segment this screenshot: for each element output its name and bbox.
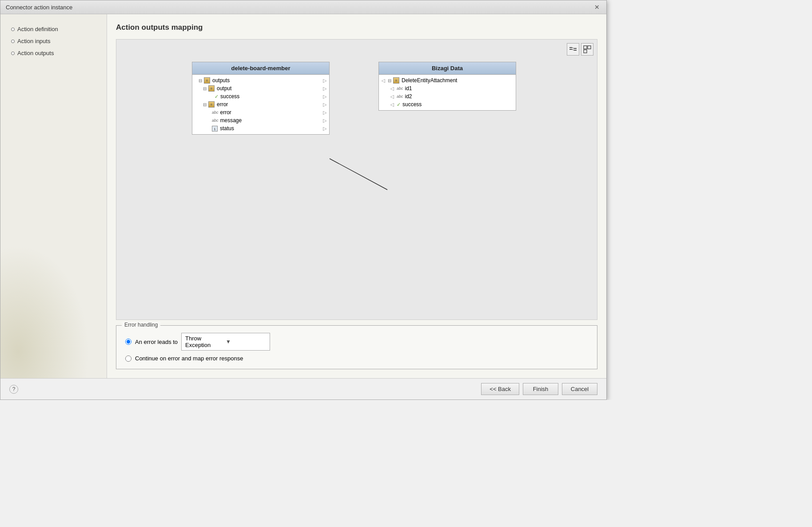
right-arrow[interactable]: ▷ — [323, 110, 326, 116]
right-box-body: ▷ ⊟ ≡ DeleteEntityAttachment ▷ abc id1 — [379, 75, 516, 110]
row-label: id1 — [405, 85, 412, 92]
expand-icon[interactable]: ⊟ — [199, 78, 202, 83]
expand-icon[interactable]: ⊟ — [203, 86, 207, 91]
title-bar: Connector action instance ✕ — [0, 0, 606, 14]
abc-icon: abc — [212, 118, 219, 123]
right-arrow[interactable]: ▷ — [323, 94, 326, 100]
radio-label-leads-to: An error leads to — [135, 339, 178, 345]
right-arrow[interactable]: ▷ — [323, 86, 326, 92]
box-icon: ≡ — [208, 85, 215, 92]
sidebar: Action definition Action inputs Action o… — [0, 14, 107, 378]
help-button[interactable]: ? — [9, 385, 18, 394]
tree-row: 1 status ▷ — [192, 124, 329, 132]
mapping-area: delete-board-member ⊟ ≡ outputs ▷ — [116, 39, 597, 320]
close-button[interactable]: ✕ — [593, 3, 601, 11]
right-arrow[interactable]: ▷ — [323, 102, 326, 108]
cancel-button[interactable]: Cancel — [562, 383, 597, 395]
abc-icon: abc — [212, 110, 219, 115]
radio-group: An error leads to Throw Exception ▼ Cont… — [125, 333, 588, 362]
back-button[interactable]: << Back — [481, 383, 519, 395]
row-label: output — [217, 85, 231, 92]
tree-row: ⊟ ≡ error ▷ — [192, 100, 329, 108]
row-label: message — [220, 117, 242, 124]
svg-rect-7 — [588, 46, 591, 49]
tree-row: ✓ success ▷ — [192, 92, 329, 100]
right-arrow[interactable]: ▷ — [323, 78, 326, 84]
main-content: Action outputs mapping — [107, 14, 606, 378]
dialog-body: Action definition Action inputs Action o… — [0, 14, 606, 378]
dialog-footer: ? << Back Finish Cancel — [0, 378, 606, 399]
tree-row: ▷ ⊟ ≡ DeleteEntityAttachment — [379, 76, 516, 84]
error-handling-section: Error handling An error leads to Throw E… — [116, 325, 597, 369]
sidebar-item-action-definition[interactable]: Action definition — [9, 23, 98, 35]
row-label: error — [220, 109, 231, 116]
left-mapping-box: delete-board-member ⊟ ≡ outputs ▷ — [192, 62, 330, 135]
throw-exception-dropdown[interactable]: Throw Exception ▼ — [181, 333, 270, 351]
radio-continue[interactable] — [125, 355, 131, 362]
left-box-body: ⊟ ≡ outputs ▷ ⊟ ≡ output ▷ — [192, 75, 329, 134]
page-title: Action outputs mapping — [116, 23, 597, 32]
left-arrow[interactable]: ▷ — [382, 78, 385, 84]
svg-rect-2 — [574, 48, 577, 49]
tree-row: ⊟ ≡ outputs ▷ — [192, 76, 329, 84]
dropdown-arrow-icon: ▼ — [226, 339, 266, 345]
sidebar-dot-1 — [11, 28, 15, 31]
tree-row: ⊟ ≡ output ▷ — [192, 84, 329, 92]
row-label: error — [217, 101, 228, 108]
sidebar-dot-3 — [11, 52, 15, 55]
radio-label-continue: Continue on error and map error response — [135, 355, 243, 362]
svg-rect-8 — [584, 50, 587, 53]
radio-leads-to[interactable] — [125, 339, 131, 345]
row-label: success — [220, 93, 239, 100]
box-icon: ≡ — [208, 101, 215, 108]
row-label: success — [402, 101, 422, 108]
left-arrow[interactable]: ▷ — [390, 86, 394, 92]
num-icon: 1 — [212, 126, 218, 132]
toolbar-icons — [567, 43, 593, 56]
left-arrow[interactable]: ▷ — [390, 102, 394, 108]
right-arrow[interactable]: ▷ — [323, 118, 326, 124]
box-icon: ≡ — [393, 77, 399, 84]
svg-rect-1 — [569, 49, 572, 50]
svg-line-5 — [572, 49, 574, 50]
toolbar-map-icon[interactable] — [567, 43, 579, 56]
sidebar-item-action-inputs[interactable]: Action inputs — [9, 35, 98, 47]
mapping-canvas: delete-board-member ⊟ ≡ outputs ▷ — [116, 40, 597, 319]
row-label: outputs — [212, 77, 230, 84]
finish-button[interactable]: Finish — [523, 383, 558, 395]
svg-line-4 — [572, 48, 574, 48]
error-handling-legend: Error handling — [122, 322, 160, 328]
tree-row: ▷ abc id1 — [379, 84, 516, 92]
abc-icon: abc — [397, 86, 403, 91]
sidebar-label-action-definition: Action definition — [17, 26, 58, 32]
sidebar-dot-2 — [11, 40, 15, 43]
tree-row: ▷ abc id2 — [379, 92, 516, 100]
connector-action-dialog: Connector action instance ✕ Action defin… — [0, 0, 607, 400]
radio-item-continue: Continue on error and map error response — [125, 355, 588, 362]
svg-rect-6 — [584, 46, 587, 49]
row-label: status — [220, 125, 234, 132]
tree-row: ▷ ✓ success — [379, 100, 516, 108]
dialog-title: Connector action instance — [6, 4, 72, 11]
row-label: DeleteEntityAttachment — [402, 77, 457, 84]
toolbar-layout-icon[interactable] — [581, 43, 593, 56]
expand-icon[interactable]: ⊟ — [388, 78, 391, 83]
connector-lines — [116, 40, 597, 319]
left-arrow[interactable]: ▷ — [390, 94, 394, 100]
dropdown-value: Throw Exception — [185, 335, 226, 348]
abc-icon: abc — [397, 94, 403, 99]
tree-row: abc message ▷ — [192, 116, 329, 124]
sidebar-label-action-inputs: Action inputs — [17, 38, 50, 44]
svg-line-9 — [330, 159, 387, 190]
radio-item-leads-to: An error leads to Throw Exception ▼ — [125, 333, 588, 351]
box-icon: ≡ — [204, 77, 210, 84]
left-box-title: delete-board-member — [192, 62, 329, 75]
svg-rect-3 — [574, 50, 577, 51]
row-label: id2 — [405, 93, 412, 100]
tree-row: abc error ▷ — [192, 108, 329, 116]
right-arrow[interactable]: ▷ — [323, 126, 326, 132]
expand-icon[interactable]: ⊟ — [203, 102, 207, 107]
right-mapping-box: Bizagi Data ▷ ⊟ ≡ DeleteEntityAttachment — [378, 62, 516, 111]
right-box-title: Bizagi Data — [379, 62, 516, 75]
sidebar-item-action-outputs[interactable]: Action outputs — [9, 47, 98, 59]
